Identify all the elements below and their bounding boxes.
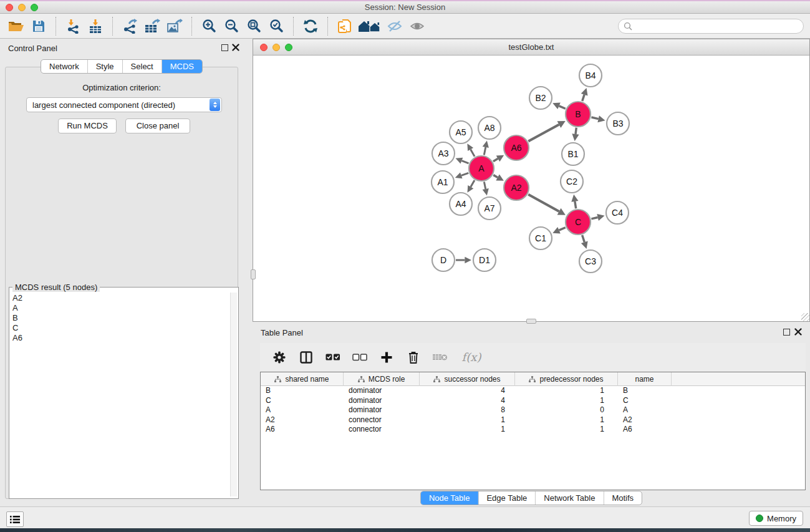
column-header-successor-nodes[interactable]: successor nodes	[420, 372, 515, 386]
graph-node-c3[interactable]: C3	[579, 250, 602, 273]
import-network-button[interactable]	[62, 16, 84, 37]
graph-edge-a-a7[interactable]	[484, 182, 485, 189]
result-item-b[interactable]: B	[11, 313, 229, 323]
graph-edge-a6-b[interactable]	[528, 125, 559, 142]
graph-node-a1[interactable]: A1	[432, 171, 454, 193]
result-item-a[interactable]: A	[11, 303, 229, 313]
table-row[interactable]: A2connector11A2	[261, 415, 805, 425]
open-session-button[interactable]	[5, 16, 27, 37]
graph-edge-b-b2[interactable]	[559, 106, 566, 109]
close-table-panel-icon[interactable]	[794, 328, 802, 336]
result-item-a6[interactable]: A6	[11, 333, 229, 343]
float-table-panel-icon[interactable]	[783, 329, 790, 336]
graph-edge-a-a6[interactable]	[493, 158, 498, 161]
zoom-fit-button[interactable]	[243, 16, 265, 37]
graph-node-a4[interactable]: A4	[450, 193, 472, 215]
graph-node-b1[interactable]: B1	[562, 143, 584, 165]
result-scrollbar[interactable]	[230, 293, 237, 496]
graph-edge-c-c2[interactable]	[575, 201, 576, 208]
close-panel-icon[interactable]	[232, 44, 239, 51]
graph-node-c2[interactable]: C2	[561, 170, 583, 193]
graph-node-b[interactable]: B	[566, 102, 591, 127]
left-edge-grip[interactable]	[251, 269, 256, 279]
graph-node-c[interactable]: C	[566, 210, 591, 235]
tab-style[interactable]: Style	[87, 60, 122, 73]
graph-node-a3[interactable]: A3	[432, 142, 455, 165]
graph-edge-a-a5[interactable]	[471, 149, 475, 156]
tab-select[interactable]: Select	[122, 60, 162, 73]
task-history-button[interactable]	[6, 511, 24, 527]
search-input[interactable]	[633, 22, 803, 31]
graph-edge-c-c4[interactable]	[591, 217, 597, 218]
column-header-predecessor-nodes[interactable]: predecessor nodes	[515, 372, 618, 386]
tab-motifs[interactable]: Motifs	[603, 491, 642, 505]
add-row-button[interactable]	[377, 347, 396, 368]
zoom-in-button[interactable]	[198, 16, 220, 37]
column-header-name[interactable]: name	[618, 372, 672, 386]
graph-edge-a-a3[interactable]	[461, 161, 468, 163]
table-settings-button[interactable]	[270, 347, 289, 368]
hide-panels-button[interactable]	[383, 16, 406, 37]
graph-node-d[interactable]: D	[432, 249, 455, 271]
graph-node-b4[interactable]: B4	[579, 64, 602, 87]
column-view-button[interactable]	[297, 347, 316, 368]
column-header-shared-name[interactable]: shared name	[261, 372, 344, 386]
graph-node-c1[interactable]: C1	[529, 227, 552, 249]
export-table-button[interactable]	[141, 16, 163, 37]
graph-edge-c-c1[interactable]	[559, 228, 566, 230]
resize-handle[interactable]	[801, 313, 809, 321]
network-window-titlebar[interactable]: testGlobe.txt	[253, 39, 809, 56]
graph-edge-b-b4[interactable]	[582, 95, 584, 101]
result-item-c[interactable]: C	[11, 323, 229, 333]
result-item-a2[interactable]: A2	[11, 293, 229, 303]
table-row[interactable]: A6connector11A6	[261, 425, 805, 435]
table-row[interactable]: Cdominator41C	[261, 396, 805, 406]
duplicate-network-button[interactable]	[334, 16, 356, 37]
tab-edge-table[interactable]: Edge Table	[478, 491, 535, 505]
delete-table-button[interactable]	[431, 347, 450, 368]
column-header-mcds-role[interactable]: MCDS role	[344, 372, 420, 386]
network-graph[interactable]: B4B2BB3B1A5A8A6A3AA1A2C2A4A7C4CC1C3DD1	[253, 56, 809, 321]
import-table-button[interactable]	[84, 16, 107, 37]
tab-node-table[interactable]: Node Table	[421, 491, 478, 505]
graph-node-a7[interactable]: A7	[478, 197, 501, 220]
export-network-button[interactable]	[118, 16, 141, 37]
float-panel-icon[interactable]	[221, 44, 228, 51]
export-image-button[interactable]	[163, 16, 186, 37]
run-mcds-button[interactable]: Run MCDS	[58, 118, 117, 133]
function-builder-button[interactable]: f(x)	[458, 347, 485, 368]
graph-node-a2[interactable]: A2	[504, 175, 529, 200]
graph-edge-b-b3[interactable]	[591, 117, 598, 119]
graph-edge-a-a2[interactable]	[493, 175, 498, 178]
graph-edge-a-a1[interactable]	[461, 173, 468, 175]
graph-node-a8[interactable]: A8	[478, 117, 501, 139]
graph-node-c4[interactable]: C4	[606, 201, 629, 224]
table-row[interactable]: Bdominator41B	[261, 386, 805, 396]
graph-edge-b-b1[interactable]	[576, 128, 576, 134]
close-panel-button[interactable]: Close panel	[125, 118, 190, 133]
show-panels-button[interactable]	[406, 16, 428, 37]
select-all-button[interactable]	[324, 347, 342, 368]
table-row[interactable]: Adominator80A	[261, 405, 805, 415]
graph-edge-c-c3[interactable]	[582, 235, 585, 242]
optimization-criterion-dropdown[interactable]: largest connected component (directed)	[26, 97, 222, 112]
memory-button[interactable]: Memory	[749, 511, 803, 526]
graph-edge-a-a8[interactable]	[484, 147, 485, 155]
save-session-button[interactable]	[27, 16, 50, 37]
graph-node-b3[interactable]: B3	[607, 112, 629, 135]
graph-node-b2[interactable]: B2	[529, 87, 552, 109]
tab-network[interactable]: Network	[41, 60, 87, 73]
zoom-selected-button[interactable]	[265, 16, 287, 37]
home-button[interactable]	[356, 16, 383, 37]
graph-node-d1[interactable]: D1	[473, 249, 496, 271]
graph-edge-a2-c[interactable]	[528, 195, 559, 211]
graph-node-a[interactable]: A	[469, 156, 494, 181]
tab-network-table[interactable]: Network Table	[535, 491, 603, 505]
graph-edge-a-a4[interactable]	[471, 180, 475, 187]
graph-node-a6[interactable]: A6	[504, 135, 529, 160]
delete-row-button[interactable]	[404, 347, 423, 368]
refresh-button[interactable]	[299, 16, 322, 37]
deselect-all-button[interactable]	[350, 347, 369, 368]
graph-node-a5[interactable]: A5	[450, 121, 472, 143]
tab-mcds[interactable]: MCDS	[162, 60, 202, 73]
